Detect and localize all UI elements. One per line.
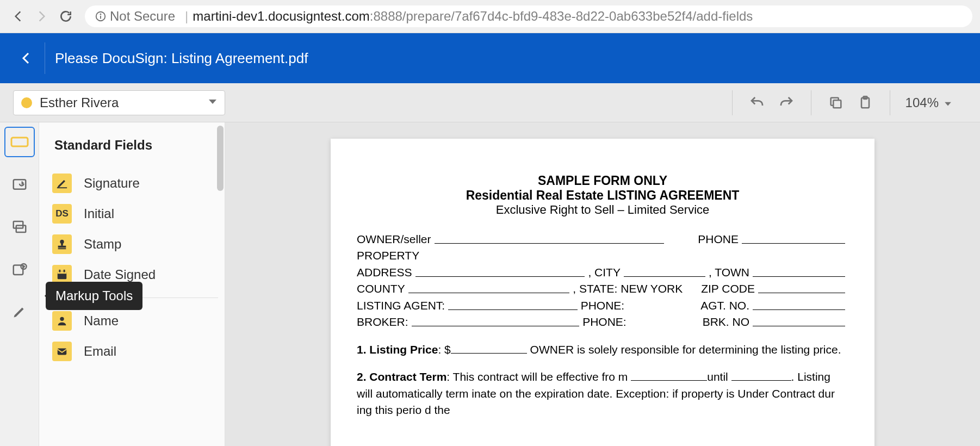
label-phone2: PHONE: (581, 298, 625, 314)
document-page[interactable]: SAMPLE FORM ONLY Residential Real Estate… (331, 139, 874, 446)
label-address: ADDRESS (357, 264, 412, 281)
para2-lead: 2. Contract Term (357, 370, 446, 383)
svg-rect-2 (833, 100, 841, 108)
para1-tail: OWNER is solely responsible for determin… (530, 343, 841, 356)
email-icon (52, 342, 72, 361)
zoom-value: 104% (905, 95, 939, 110)
initial-icon: DS (52, 204, 72, 224)
label-owner: OWNER/seller (357, 231, 431, 247)
url-host: martini-dev1.docusigntest.com (193, 9, 369, 24)
tab-standard-fields[interactable] (4, 127, 35, 157)
blank-line (753, 264, 845, 277)
blank-line (415, 264, 585, 277)
recipient-color-dot (21, 97, 32, 108)
para2-a: : This contract will be effective fro m (446, 370, 628, 383)
tab-template-fields[interactable] (4, 254, 35, 284)
not-secure-indicator: Not Secure (95, 9, 175, 24)
field-label: Email (84, 344, 116, 359)
field-label: Date Signed (84, 267, 156, 282)
form-row: OWNER/seller PHONE (357, 231, 848, 247)
person-icon (52, 311, 72, 331)
stamp-icon (52, 234, 72, 254)
app-back-button[interactable] (11, 43, 41, 73)
main-area: Markup Tools Standard Fields Signature D… (0, 122, 980, 446)
app-bar-divider (45, 42, 45, 74)
blank-line (742, 231, 845, 244)
blank-line (758, 281, 845, 293)
left-tab-strip (0, 122, 39, 446)
paragraph-1: 1. Listing Price: $ OWNER is solely resp… (357, 342, 848, 358)
document-title: Please DocuSign: Listing Agreement.pdf (55, 50, 308, 67)
browser-chrome: Not Secure | martini-dev1.docusigntest.c… (0, 0, 980, 33)
paste-button[interactable] (856, 94, 874, 112)
svg-point-1 (100, 14, 101, 15)
blank-line (753, 298, 845, 310)
form-grid: OWNER/seller PHONE PROPERTY ADDRESS , CI… (357, 231, 848, 331)
para2-until: until (707, 370, 728, 383)
svg-rect-14 (58, 246, 66, 248)
editor-toolbar: Esther Rivera 104% (0, 83, 980, 122)
blank-line (448, 298, 577, 310)
paragraph-2: 2. Contract Term: This contract will be … (357, 369, 848, 418)
label-state: , STATE: NEW YORK (573, 281, 683, 297)
svg-rect-19 (64, 270, 65, 272)
panel-scrollbar[interactable] (217, 126, 224, 191)
copy-button[interactable] (827, 94, 845, 112)
field-label: Stamp (84, 237, 121, 252)
tab-custom-fields[interactable] (4, 169, 35, 200)
label-phone: PHONE (698, 231, 739, 247)
tab-markup-tools[interactable] (4, 296, 35, 327)
para1-lead: 1. Listing Price (357, 343, 438, 356)
panel-title: Standard Fields (54, 138, 218, 153)
label-brk-no: BRK. NO (703, 314, 749, 330)
doc-heading-3: Exclusive Right to Sell – Limited Servic… (357, 203, 848, 217)
form-row: COUNTY , STATE: NEW YORK ZIP CODE (357, 281, 848, 297)
label-city: , CITY (588, 264, 621, 281)
form-row: LISTING AGENT: PHONE: AGT. NO. (357, 298, 848, 314)
svg-rect-17 (58, 271, 67, 274)
doc-heading-2: Residential Real Estate LISTING AGREEMEN… (357, 188, 848, 203)
blank-line (624, 264, 705, 277)
tab-prefill-tools[interactable] (4, 212, 35, 242)
not-secure-label: Not Secure (110, 9, 175, 24)
field-name[interactable]: Name (52, 306, 218, 336)
form-row: ADDRESS , CITY , TOWN (357, 264, 848, 281)
browser-reload-button[interactable] (55, 6, 76, 27)
undo-button[interactable] (748, 94, 766, 112)
form-row: BROKER: PHONE: BRK. NO (357, 314, 848, 330)
svg-rect-18 (59, 270, 61, 272)
label-listing-agent: LISTING AGENT: (357, 298, 445, 314)
tooltip-markup-tools: Markup Tools (46, 282, 142, 310)
url-path: :8888/prepare/7af67d4c-bfd9-483e-8d22-0a… (370, 9, 753, 24)
svg-point-12 (60, 240, 64, 244)
document-viewport[interactable]: SAMPLE FORM ONLY Residential Real Estate… (225, 122, 980, 446)
blank-line (451, 342, 527, 354)
field-initial[interactable]: DS Initial (52, 199, 218, 229)
blank-line (731, 369, 791, 381)
signature-icon (52, 174, 72, 193)
zoom-selector[interactable]: 104% (905, 95, 952, 110)
browser-forward-button[interactable] (32, 6, 52, 27)
doc-heading-1: SAMPLE FORM ONLY (357, 174, 848, 188)
svg-point-20 (60, 317, 64, 321)
field-signature[interactable]: Signature (52, 168, 218, 199)
blank-line (435, 231, 665, 244)
form-row: PROPERTY (357, 247, 848, 264)
blank-line (412, 314, 580, 326)
label-broker: BROKER: (357, 314, 408, 330)
svg-rect-5 (11, 138, 28, 146)
redo-button[interactable] (777, 94, 796, 112)
browser-url-bar[interactable]: Not Secure | martini-dev1.docusigntest.c… (85, 5, 972, 27)
field-stamp[interactable]: Stamp (52, 229, 218, 259)
info-icon (95, 10, 107, 22)
field-email[interactable]: Email (52, 336, 218, 367)
svg-rect-13 (61, 243, 63, 246)
url-separator: | (185, 9, 188, 24)
label-county: COUNTY (357, 281, 405, 297)
field-label: Signature (84, 176, 140, 191)
recipient-selector[interactable]: Esther Rivera (13, 90, 225, 115)
field-label: Initial (84, 206, 114, 221)
label-phone2b: PHONE: (582, 314, 627, 330)
field-label: Name (84, 313, 119, 329)
browser-back-button[interactable] (8, 6, 28, 27)
